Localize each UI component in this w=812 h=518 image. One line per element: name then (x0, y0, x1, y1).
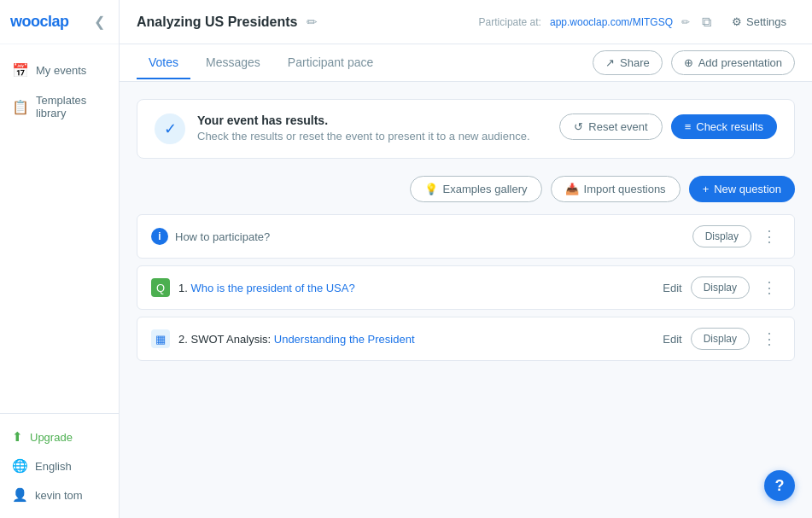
user-icon: 👤 (12, 487, 28, 503)
question-edit-button[interactable]: Edit (663, 282, 681, 294)
tab-messages[interactable]: Messages (194, 47, 272, 79)
add-pres-icon: ⊕ (684, 56, 693, 69)
table-row: Q 1. Who is the president of the USA? Ed… (137, 265, 795, 310)
sidebar-item-language[interactable]: 🌐 English (0, 451, 119, 480)
question-text: 1. Who is the president of the USA? (178, 282, 355, 294)
header-left: Analyzing US Presidents ✏ (137, 15, 318, 30)
check-results-label: Check results (696, 120, 763, 133)
sidebar-item-templates-library[interactable]: 📋 Templates library (0, 86, 119, 127)
question-link[interactable]: Understanding the President (274, 333, 415, 346)
tab-votes[interactable]: Votes (137, 47, 190, 79)
upgrade-icon: ⬆ (12, 429, 23, 445)
banner-title: Your event has results. (197, 113, 547, 127)
question-type-icon: ▦ (151, 329, 170, 348)
how-to-right: Display ⋮ (692, 225, 780, 247)
add-pres-label: Add presentation (698, 56, 782, 69)
sidebar-logo-area: wooclap ❮ (0, 0, 119, 44)
banner-actions: ↺ Reset event ≡ Check results (559, 113, 777, 140)
title-edit-icon[interactable]: ✏ (307, 15, 318, 30)
check-results-icon: ≡ (685, 120, 692, 133)
calendar-icon: 📅 (12, 62, 29, 79)
banner-text: Your event has results. Check the result… (197, 113, 547, 143)
how-to-display-button[interactable]: Display (692, 225, 751, 247)
main-content: Analyzing US Presidents ✏ Participate at… (120, 0, 812, 518)
participate-url[interactable]: app.wooclap.com/MITGSQ (550, 16, 673, 28)
sidebar-item-label: Upgrade (30, 431, 73, 444)
how-to-label: How to participate? (175, 230, 270, 243)
question-left: Q 1. Who is the president of the USA? (151, 278, 355, 297)
banner-subtitle: Check the results or reset the event to … (197, 130, 547, 143)
question-toolbar: 💡 Examples gallery 📥 Import questions + … (137, 176, 795, 202)
question-more-icon[interactable]: ⋮ (758, 328, 780, 350)
tab-participant-pace[interactable]: Participant pace (276, 47, 385, 79)
sidebar-nav: 📅 My events 📋 Templates library (0, 44, 119, 413)
templates-icon: 📋 (12, 99, 29, 115)
sidebar-bottom: ⬆ Upgrade 🌐 English 👤 kevin tom (0, 413, 119, 518)
import-icon: 📥 (565, 183, 579, 195)
table-row: ▦ 2. SWOT Analysis: Understanding the Pr… (137, 317, 795, 361)
tab-actions: ↗ Share ⊕ Add presentation (593, 50, 795, 75)
examples-gallery-label: Examples gallery (443, 183, 528, 195)
how-to-participate-row: i How to participate? Display ⋮ (137, 214, 795, 259)
copy-url-button[interactable]: ⧉ (698, 11, 715, 33)
sidebar-item-my-events[interactable]: 📅 My events (0, 55, 119, 86)
gear-icon: ⚙ (732, 15, 742, 28)
question-display-button[interactable]: Display (691, 276, 750, 299)
logo: wooclap (10, 13, 69, 31)
question-text: 2. SWOT Analysis: Understanding the Pres… (178, 333, 415, 346)
help-button[interactable]: ? (764, 470, 795, 501)
how-to-more-icon[interactable]: ⋮ (758, 225, 780, 247)
question-display-button[interactable]: Display (691, 328, 750, 350)
sidebar-item-user[interactable]: 👤 kevin tom (0, 480, 119, 509)
sidebar-collapse-button[interactable]: ❮ (91, 12, 108, 32)
reset-icon: ↺ (574, 120, 583, 133)
sidebar: wooclap ❮ 📅 My events 📋 Templates librar… (0, 0, 120, 518)
question-more-icon[interactable]: ⋮ (758, 276, 780, 299)
language-icon: 🌐 (12, 458, 28, 474)
share-label: Share (620, 56, 650, 69)
reset-event-button[interactable]: ↺ Reset event (559, 113, 662, 140)
sidebar-item-label: kevin tom (35, 489, 83, 502)
check-results-button[interactable]: ≡ Check results (671, 114, 777, 139)
banner-check-icon: ✓ (155, 113, 185, 144)
share-button[interactable]: ↗ Share (593, 50, 663, 75)
new-question-label: New question (714, 183, 781, 195)
content-area: ✓ Your event has results. Check the resu… (120, 82, 812, 518)
settings-label: Settings (746, 15, 786, 28)
reset-label: Reset event (588, 120, 647, 133)
import-questions-label: Import questions (584, 183, 666, 195)
settings-button[interactable]: ⚙ Settings (723, 10, 795, 33)
header-right: Participate at: app.wooclap.com/MITGSQ ✏… (479, 10, 795, 33)
tabs-bar: Votes Messages Participant pace ↗ Share … (120, 44, 812, 82)
share-icon: ↗ (605, 56, 615, 69)
question-left: ▦ 2. SWOT Analysis: Understanding the Pr… (151, 329, 415, 348)
question-edit-button[interactable]: Edit (663, 333, 681, 346)
tabs: Votes Messages Participant pace (137, 47, 385, 79)
url-edit-icon[interactable]: ✏ (681, 16, 690, 28)
sidebar-item-label: Templates library (36, 94, 107, 119)
info-banner: ✓ Your event has results. Check the resu… (137, 99, 795, 159)
new-question-button[interactable]: + New question (689, 176, 795, 202)
sidebar-item-upgrade[interactable]: ⬆ Upgrade (0, 422, 119, 451)
question-link[interactable]: Who is the president of the USA? (190, 282, 354, 294)
header: Analyzing US Presidents ✏ Participate at… (120, 0, 812, 44)
how-to-left: i How to participate? (151, 228, 270, 245)
participate-label: Participate at: (479, 16, 541, 28)
question-right: Edit Display ⋮ (663, 276, 780, 299)
plus-icon: + (703, 183, 710, 195)
info-icon: i (151, 228, 168, 245)
examples-gallery-button[interactable]: 💡 Examples gallery (410, 176, 542, 202)
question-right: Edit Display ⋮ (663, 328, 780, 350)
import-questions-button[interactable]: 📥 Import questions (551, 176, 681, 202)
sidebar-item-label: My events (36, 64, 86, 77)
sidebar-item-label: English (35, 460, 72, 473)
question-type-icon: Q (151, 278, 170, 297)
add-presentation-button[interactable]: ⊕ Add presentation (671, 50, 795, 75)
page-title: Analyzing US Presidents (137, 15, 298, 30)
bulb-icon: 💡 (424, 183, 438, 195)
